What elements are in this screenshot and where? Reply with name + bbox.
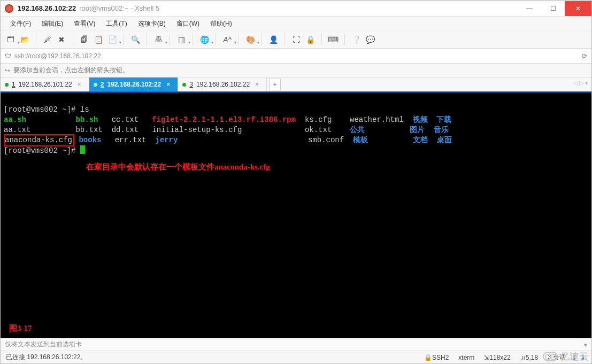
separator — [170, 34, 170, 45]
tab-nav[interactable]: ◁ ▷ ▾ — [573, 80, 588, 87]
encoding-icon[interactable]: 🌐 — [198, 34, 210, 45]
status-row-icon: .ıı — [520, 354, 526, 361]
disconnect-icon[interactable]: ✖ — [56, 34, 67, 45]
paste-icon[interactable]: 📄 — [106, 34, 118, 45]
search-icon[interactable]: 🔍 — [129, 34, 141, 45]
highlight-box: anaconda-ks.cfg — [4, 134, 74, 146]
separator — [216, 34, 216, 45]
status-size: 118x22 — [489, 354, 510, 361]
separator — [36, 34, 36, 45]
about-icon[interactable]: 💬 — [364, 34, 376, 45]
tab-bar: 1 192.168.26.101:22 × 2 192.168.26.102:2… — [1, 78, 591, 92]
color-icon[interactable]: 🎨 — [244, 34, 256, 45]
layout-icon[interactable]: ▥ — [175, 34, 187, 45]
maximize-button[interactable]: ☐ — [541, 1, 565, 16]
tab-2[interactable]: 2 192.168.26.102:22 × — [89, 78, 178, 91]
reload-icon[interactable]: ⟳ — [582, 52, 587, 60]
app-logo-icon — [5, 4, 13, 13]
copy-icon[interactable]: 📋 — [93, 34, 104, 45]
address-bar: 🛡 ssh://root@192.168.26.102:22 ⟳ — [1, 49, 591, 64]
tab-label: 192.168.26.102:22 — [196, 81, 250, 88]
status-resize-icon: ⇲ — [484, 354, 489, 361]
tab-index: 2 — [101, 81, 104, 88]
window-subtitle: root@vms002:~ - Xshell 5 — [79, 4, 159, 12]
close-button[interactable]: ✕ — [565, 1, 591, 16]
separator — [124, 34, 124, 45]
status-connection: 已连接 192.168.26.102:22。 — [6, 353, 87, 362]
help-icon[interactable]: ❔ — [350, 34, 362, 45]
send-dropdown-icon[interactable]: ▾ — [584, 341, 587, 348]
open-icon[interactable]: 📂 — [19, 34, 30, 45]
menu-window[interactable]: 窗口(W) — [172, 18, 204, 30]
title-bar: 192.168.26.102:22 root@vms002:~ - Xshell… — [1, 1, 591, 17]
tab-close-icon[interactable]: × — [78, 81, 81, 88]
separator — [344, 34, 345, 45]
cursor-icon — [80, 145, 85, 154]
toolbar: 🗔 📂 🖉 ✖ 🗐 📋 📄 🔍 🖶 ▥ 🌐 Aᴬ 🎨 👤 ⛶ 🔒 ⌨ ❔ 💬 — [1, 30, 591, 49]
separator — [285, 34, 285, 45]
menu-help[interactable]: 帮助(H) — [206, 18, 236, 30]
status-dot-icon — [94, 83, 97, 87]
status-lock-icon: 🔒 — [424, 354, 432, 361]
separator — [262, 34, 262, 45]
hint-text: 要添加当前会话，点击左侧的箭头按钮。 — [13, 66, 129, 75]
menu-tabs[interactable]: 选项卡(B) — [134, 18, 170, 30]
properties-icon[interactable]: 🗐 — [79, 34, 90, 45]
tab-3[interactable]: 3 192.168.26.102:22 × — [178, 78, 267, 91]
hint-arrow-icon[interactable]: ↪ — [5, 67, 10, 74]
status-term-type: xterm — [458, 354, 474, 361]
fullscreen-icon[interactable]: ⛶ — [290, 34, 302, 45]
new-session-icon[interactable]: 🗔 — [5, 34, 17, 45]
tab-label: 192.168.26.101:22 — [19, 81, 72, 88]
status-dot-icon — [5, 83, 9, 87]
tab-add-button[interactable]: + — [269, 79, 281, 90]
user-icon[interactable]: 👤 — [267, 34, 279, 45]
status-protocol: SSH2 — [432, 354, 449, 361]
send-mode-label: 仅将文本发送到当前选项卡 — [5, 340, 82, 349]
print-icon[interactable]: 🖶 — [152, 34, 164, 45]
menu-file[interactable]: 文件(F) — [6, 18, 35, 30]
separator — [193, 34, 193, 45]
tab-index: 1 — [12, 81, 16, 88]
tab-close-icon[interactable]: × — [166, 81, 170, 88]
menu-edit[interactable]: 编辑(E) — [37, 18, 67, 30]
send-bar[interactable]: 仅将文本发送到当前选项卡 ▾ — [1, 338, 591, 351]
annotation-text: 在家目录中会默认存在一个模板文件anaconda-ks.cfg — [86, 162, 270, 172]
status-position: 5,18 — [526, 354, 538, 361]
menu-bar: 文件(F) 编辑(E) 查看(V) 工具(T) 选项卡(B) 窗口(W) 帮助(… — [1, 17, 591, 30]
window-title: 192.168.26.102:22 — [18, 4, 76, 12]
reconnect-icon[interactable]: 🖉 — [42, 34, 53, 45]
tab-index: 3 — [189, 81, 193, 88]
menu-view[interactable]: 查看(V) — [70, 18, 99, 30]
separator — [321, 34, 322, 45]
shield-icon: 🛡 — [5, 52, 11, 60]
watermark-text: 亿速云 — [560, 350, 589, 363]
terminal[interactable]: [root@vms002 ~]# ls aa.sh bb.sh cc.txt f… — [1, 92, 591, 338]
separator — [239, 34, 239, 45]
watermark-icon — [543, 352, 558, 361]
terminal-prompt: [root@vms002 ~]# — [4, 146, 80, 155]
tab-1[interactable]: 1 192.168.26.101:22 × — [1, 78, 89, 91]
address-input[interactable]: ssh://root@192.168.26.102:22 — [14, 52, 582, 60]
status-bar: 已连接 192.168.26.102:22。 🔒 SSH2 xterm ⇲ 11… — [1, 351, 591, 363]
terminal-line: [root@vms002 ~]# ls — [4, 105, 89, 114]
figure-label: 图3-17 — [9, 323, 32, 334]
status-dot-icon — [182, 83, 186, 87]
separator — [73, 34, 73, 45]
font-icon[interactable]: Aᴬ — [221, 34, 233, 45]
menu-tools[interactable]: 工具(T) — [102, 18, 131, 30]
lock-icon[interactable]: 🔒 — [304, 34, 316, 45]
keyboard-icon[interactable]: ⌨ — [327, 34, 339, 45]
hint-bar: ↪ 要添加当前会话，点击左侧的箭头按钮。 — [1, 64, 591, 78]
minimize-button[interactable]: — — [518, 1, 541, 16]
separator — [147, 34, 147, 45]
tab-close-icon[interactable]: × — [255, 81, 259, 88]
tab-label: 192.168.26.102:22 — [107, 81, 162, 88]
watermark: 亿速云 — [543, 350, 589, 363]
